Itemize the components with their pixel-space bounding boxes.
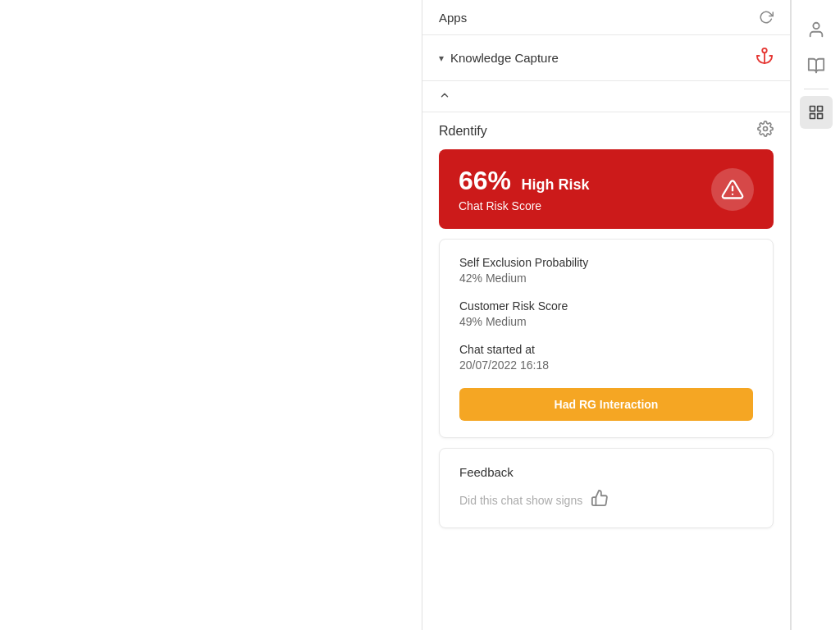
chat-started-value: 20/07/2022 16:18 [459,358,753,372]
risk-level: High Risk [522,176,590,193]
rg-interaction-button[interactable]: Had RG Interaction [459,388,753,421]
collapse-row[interactable] [422,81,790,112]
svg-rect-9 [817,114,822,119]
feedback-question-row: Did this chat show signs [459,489,753,511]
feedback-title: Feedback [459,465,753,479]
sidebar-grid-icon[interactable] [800,96,833,129]
knowledge-capture-title: Knowledge Capture [450,51,559,65]
info-card: Self Exclusion Probability 42% Medium Cu… [439,239,774,438]
sidebar-user-icon[interactable] [800,13,833,46]
self-exclusion-label: Self Exclusion Probability [459,256,753,269]
sidebar-book-icon[interactable] [800,49,833,82]
feedback-card: Feedback Did this chat show signs [439,448,774,528]
customer-risk-row: Customer Risk Score 49% Medium [459,299,753,328]
customer-risk-value: 49% Medium [459,315,753,328]
sidebar-divider [804,89,829,89]
left-empty-area [0,0,422,630]
refresh-icon[interactable] [759,10,774,25]
chat-started-row: Chat started at 20/07/2022 16:18 [459,343,753,372]
gear-icon[interactable] [757,121,774,141]
rdentify-title: Rdentify [439,124,487,139]
self-exclusion-row: Self Exclusion Probability 42% Medium [459,256,753,285]
knowledge-capture-row[interactable]: ▾ Knowledge Capture [422,35,790,81]
apps-title: Apps [439,11,467,25]
chat-started-label: Chat started at [459,343,753,356]
svg-point-5 [813,23,819,29]
svg-rect-7 [817,107,822,112]
main-panel: Apps ▾ Knowledge Capture [422,0,791,630]
knowledge-capture-left: ▾ Knowledge Capture [439,51,559,65]
right-sidebar [791,0,840,630]
feedback-question-text: Did this chat show signs [459,494,582,507]
risk-label: Chat Risk Score [459,199,590,212]
risk-percentage: 66% [459,166,511,195]
content-area[interactable]: 66% High Risk Chat Risk Score Self Ex [422,149,790,630]
svg-rect-8 [810,114,815,119]
risk-score-line: 66% High Risk [459,166,590,196]
thumbs-up-icon[interactable] [591,489,609,511]
risk-score-card: 66% High Risk Chat Risk Score [439,149,774,229]
alert-circle [711,168,754,211]
anchor-icon [756,47,774,69]
rdentify-header: Rdentify [422,112,790,149]
risk-left: 66% High Risk Chat Risk Score [459,166,590,212]
self-exclusion-value: 42% Medium [459,272,753,285]
chevron-up-icon [439,89,450,103]
chevron-down-icon: ▾ [439,52,444,64]
customer-risk-label: Customer Risk Score [459,299,753,313]
svg-rect-6 [810,107,815,112]
svg-point-2 [764,127,768,131]
apps-header: Apps [422,0,790,35]
